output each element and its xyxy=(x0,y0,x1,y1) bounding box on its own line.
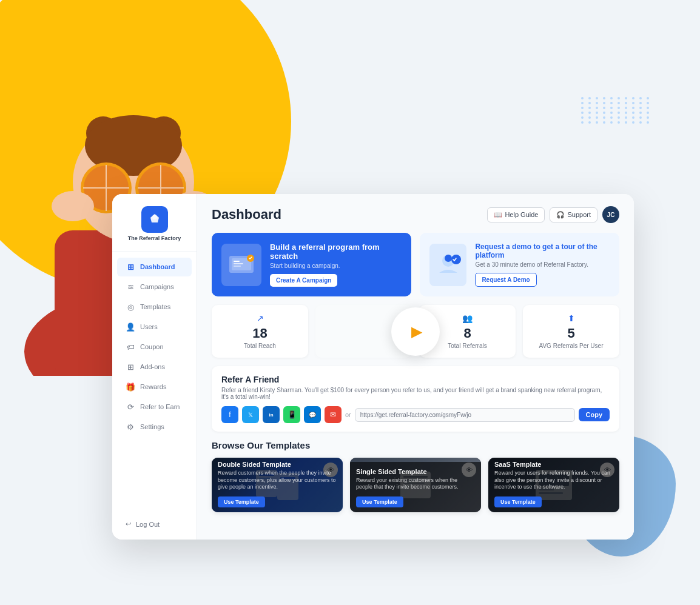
share-whatsapp-button[interactable]: 📱 xyxy=(283,406,300,423)
sidebar-item-templates[interactable]: ◎ Templates xyxy=(117,298,192,316)
sidebar-item-label: Rewards xyxy=(140,383,166,390)
use-template-single-sided-button[interactable]: Use Template xyxy=(356,496,403,507)
sidebar-item-label: Users xyxy=(140,323,158,330)
svg-rect-17 xyxy=(234,263,243,264)
logout-label: Log Out xyxy=(136,521,160,528)
referral-link-input[interactable] xyxy=(355,408,575,422)
demo-image xyxy=(429,244,466,286)
template-name-double-sided: Double Sided Template xyxy=(218,461,337,468)
sidebar-item-label: Refer to Earn xyxy=(140,403,180,410)
template-body-single-sided: Single Sided Template Reward your existi… xyxy=(350,462,481,512)
build-campaign-text: Build a referral program from scratch St… xyxy=(270,242,402,287)
sidebar-item-label: Dashboard xyxy=(140,263,175,270)
template-desc-double-sided: Reward customers when the people they in… xyxy=(218,470,337,491)
build-campaign-image xyxy=(221,244,261,286)
top-cards: Build a referral program from scratch St… xyxy=(212,233,619,296)
share-email-button[interactable]: ✉ xyxy=(325,406,342,423)
sidebar-item-dashboard[interactable]: ⊞ Dashboard xyxy=(117,258,192,276)
avatar[interactable]: JC xyxy=(602,206,619,223)
request-demo-button[interactable]: Request A Demo xyxy=(475,273,536,287)
logout-icon: ↩ xyxy=(126,520,131,528)
build-campaign-title: Build a referral program from scratch xyxy=(270,242,402,261)
sidebar-item-label: Settings xyxy=(140,423,164,430)
refer-icon: ⟳ xyxy=(126,403,135,412)
total-reach-value: 18 xyxy=(221,326,298,341)
sidebar-item-label: Templates xyxy=(140,303,170,310)
sidebar-item-label: Campaigns xyxy=(140,283,174,290)
refer-section: Refer A Friend Refer a friend Kirsty Sha… xyxy=(212,366,619,432)
logout-button[interactable]: ↩ Log Out xyxy=(117,515,192,533)
rewards-icon: 🎁 xyxy=(126,383,135,392)
demo-text: Request a demo to get a tour of the plat… xyxy=(475,242,610,287)
total-reach-label: Total Reach xyxy=(221,343,298,349)
refer-description: Refer a friend Kirsty Sharman. You'll ge… xyxy=(221,387,610,400)
sidebar-item-coupon[interactable]: 🏷 Coupon xyxy=(117,338,192,356)
page-title: Dashboard xyxy=(212,207,281,222)
reach-icon: ↗ xyxy=(221,313,298,323)
template-name-single-sided: Single Sided Template xyxy=(356,468,475,475)
avg-referrals-card: ⬆ 5 AVG Referrals Per User xyxy=(523,305,619,358)
svg-point-21 xyxy=(445,255,452,262)
share-messenger-button[interactable]: 💬 xyxy=(304,406,321,423)
template-name-saas: SaaS Template xyxy=(494,461,613,468)
demo-title: Request a demo to get a tour of the plat… xyxy=(475,242,610,259)
settings-icon: ⚙ xyxy=(126,423,135,432)
dashboard-window: The Referral Factory ⊞ Dashboard ≋ Campa… xyxy=(112,194,634,540)
sidebar-logo: The Referral Factory xyxy=(112,206,197,252)
dots-decoration-top xyxy=(581,97,651,124)
sidebar-item-rewards[interactable]: 🎁 Rewards xyxy=(117,378,192,396)
total-reach-card: ↗ 18 Total Reach xyxy=(212,305,308,358)
svg-rect-18 xyxy=(234,266,241,267)
support-button[interactable]: 🎧 Support xyxy=(550,207,597,222)
template-body-saas: SaaS Template Reward your users for refe… xyxy=(488,458,619,512)
sidebar-item-refer-to-earn[interactable]: ⟳ Refer to Earn xyxy=(117,398,192,416)
addons-icon: ⊞ xyxy=(126,363,135,372)
sidebar-item-campaigns[interactable]: ≋ Campaigns xyxy=(117,278,192,296)
sidebar: The Referral Factory ⊞ Dashboard ≋ Campa… xyxy=(112,194,197,540)
stats-row: ↗ 18 Total Reach 👥 8 Total Referrals ⬆ 5… xyxy=(212,305,619,358)
svg-rect-16 xyxy=(234,261,240,262)
use-template-double-sided-button[interactable]: Use Template xyxy=(218,496,265,507)
refer-title: Refer A Friend xyxy=(221,375,610,384)
svg-point-11 xyxy=(52,191,94,221)
template-desc-saas: Reward your users for referring friends.… xyxy=(494,470,613,491)
or-separator: or xyxy=(345,411,351,418)
logo-icon xyxy=(141,206,168,233)
use-template-saas-button[interactable]: Use Template xyxy=(494,496,542,507)
avg-icon: ⬆ xyxy=(533,313,610,323)
sidebar-item-label: Coupon xyxy=(140,343,164,350)
template-desc-single-sided: Reward your existing customers when the … xyxy=(356,477,475,491)
request-demo-card: Request a demo to get a tour of the plat… xyxy=(420,233,619,296)
templates-icon: ◎ xyxy=(126,302,135,312)
template-card-single-sided: 👁 Single Sided Template Reward your exis… xyxy=(350,458,481,512)
share-linkedin-button[interactable]: in xyxy=(263,406,280,423)
browse-templates-section: Browse Our Templates 👁 xyxy=(212,440,619,512)
create-campaign-button[interactable]: Create A Campaign xyxy=(270,274,338,287)
play-button[interactable]: ▶ xyxy=(391,307,440,356)
template-body-double-sided: Double Sided Template Reward customers w… xyxy=(212,458,343,512)
avg-referrals-label: AVG Referrals Per User xyxy=(533,343,610,349)
help-icon: 📖 xyxy=(494,211,502,219)
template-card-double-sided: 👁 Double Sided Template Reward customers… xyxy=(212,458,343,512)
browse-templates-title: Browse Our Templates xyxy=(212,440,619,450)
sidebar-item-users[interactable]: 👤 Users xyxy=(117,318,192,336)
main-content: Dashboard 📖 Help Guide 🎧 Support JC xyxy=(197,194,634,540)
help-guide-button[interactable]: 📖 Help Guide xyxy=(487,207,545,222)
build-campaign-subtitle: Start building a campaign. xyxy=(270,262,402,269)
sidebar-item-addons[interactable]: ⊞ Add-ons xyxy=(117,358,192,376)
header-actions: 📖 Help Guide 🎧 Support JC xyxy=(487,206,619,223)
sidebar-item-settings[interactable]: ⚙ Settings xyxy=(117,418,192,436)
coupon-icon: 🏷 xyxy=(126,343,135,352)
copy-link-button[interactable]: Copy xyxy=(579,408,610,421)
refer-share-row: f 𝕏 in 📱 💬 ✉ or Copy xyxy=(221,406,610,423)
share-twitter-button[interactable]: 𝕏 xyxy=(242,406,259,423)
share-facebook-button[interactable]: f xyxy=(221,406,238,423)
avg-referrals-value: 5 xyxy=(533,326,610,341)
template-card-saas: 👁 SaaS Template Reward your users for re… xyxy=(488,458,619,512)
support-icon: 🎧 xyxy=(556,211,565,219)
page-header: Dashboard 📖 Help Guide 🎧 Support JC xyxy=(212,206,619,223)
referrals-icon: 👥 xyxy=(429,313,506,323)
sidebar-item-label: Add-ons xyxy=(140,363,165,370)
campaigns-icon: ≋ xyxy=(126,282,135,292)
svg-point-13 xyxy=(152,215,157,219)
